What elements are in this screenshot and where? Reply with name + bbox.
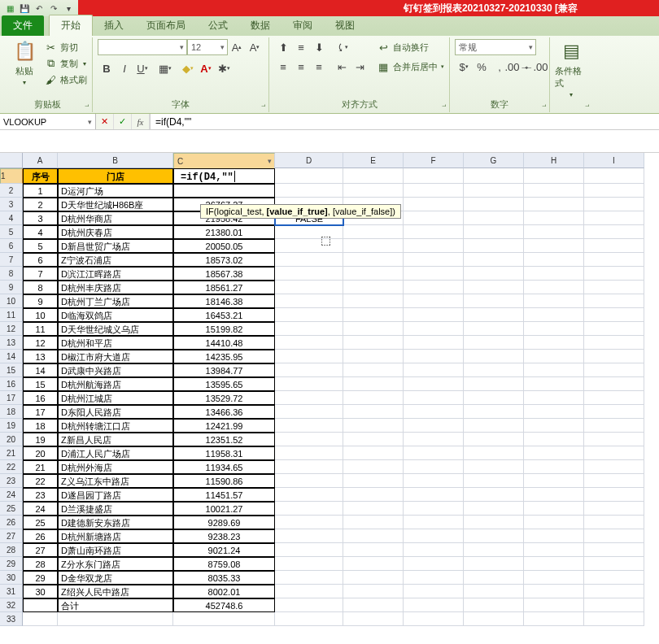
cell[interactable]: 合计 — [58, 598, 173, 612]
cell[interactable] — [464, 350, 524, 363]
cell[interactable] — [343, 488, 404, 502]
cell[interactable]: 11451.57 — [173, 488, 275, 502]
cut-button[interactable]: ✂剪切 — [44, 39, 87, 55]
cell[interactable] — [275, 168, 343, 184]
cell[interactable]: D新昌世贸广场店 — [58, 239, 173, 253]
cell[interactable] — [343, 253, 404, 267]
cell[interactable] — [404, 585, 464, 598]
row-header[interactable]: 4 — [0, 211, 23, 225]
row-header[interactable]: 25 — [0, 502, 23, 516]
align-center-icon[interactable]: ≡ — [292, 59, 310, 75]
cell[interactable] — [404, 571, 464, 585]
cell[interactable] — [404, 433, 464, 446]
cell[interactable]: Z义乌江东中路店 — [58, 474, 173, 488]
cell[interactable] — [343, 350, 404, 363]
cell[interactable] — [275, 571, 343, 585]
tab-home[interactable]: 开始 — [49, 15, 93, 36]
row-header[interactable]: 32 — [0, 598, 23, 612]
cell[interactable] — [584, 294, 644, 308]
cell[interactable]: 4 — [23, 225, 58, 239]
cell[interactable] — [524, 168, 584, 184]
tab-insert[interactable]: 插入 — [93, 15, 135, 36]
cell[interactable] — [464, 516, 524, 529]
cell[interactable] — [404, 474, 464, 488]
cell[interactable] — [464, 460, 524, 474]
cell[interactable] — [275, 474, 343, 488]
row-header[interactable]: 6 — [0, 239, 23, 253]
cell[interactable] — [343, 363, 404, 377]
cell[interactable] — [464, 405, 524, 419]
cell[interactable] — [584, 377, 644, 391]
cell[interactable] — [584, 336, 644, 350]
cell[interactable] — [524, 253, 584, 267]
cell[interactable] — [404, 184, 464, 198]
tab-view[interactable]: 视图 — [324, 15, 366, 36]
cell[interactable] — [275, 488, 343, 502]
cell[interactable] — [173, 612, 275, 626]
cell[interactable]: 16 — [23, 391, 58, 405]
cell[interactable]: 20 — [23, 446, 58, 460]
col-header[interactable]: G — [464, 153, 524, 168]
cell[interactable] — [275, 322, 343, 336]
cell[interactable] — [584, 225, 644, 239]
cell[interactable] — [343, 419, 404, 433]
cell[interactable]: 30 — [23, 585, 58, 598]
cell[interactable]: 452748.6 — [173, 598, 275, 612]
cell[interactable]: 15199.82 — [173, 322, 275, 336]
cell[interactable] — [524, 405, 584, 419]
cell[interactable] — [173, 184, 275, 198]
cell[interactable] — [404, 405, 464, 419]
cell[interactable] — [524, 336, 584, 350]
cell[interactable] — [404, 225, 464, 239]
cell[interactable]: 11590.86 — [173, 474, 275, 488]
cell[interactable] — [464, 571, 524, 585]
cell[interactable] — [404, 239, 464, 253]
cell[interactable] — [464, 585, 524, 598]
cell[interactable]: D杭州江城店 — [58, 391, 173, 405]
header-cell[interactable]: 门店 — [58, 168, 173, 184]
cell[interactable] — [275, 433, 343, 446]
cell[interactable] — [524, 571, 584, 585]
bold-button[interactable]: B — [98, 60, 116, 76]
cell[interactable] — [343, 405, 404, 419]
cell[interactable] — [275, 529, 343, 543]
col-header[interactable]: H — [524, 153, 584, 168]
cell[interactable] — [464, 377, 524, 391]
cell[interactable]: 11 — [23, 322, 58, 336]
cell[interactable]: D杭州新塘路店 — [58, 529, 173, 543]
cell[interactable]: D杭州庆春店 — [58, 225, 173, 239]
cell[interactable] — [524, 281, 584, 294]
cell[interactable] — [275, 446, 343, 460]
cell[interactable] — [464, 239, 524, 253]
col-header[interactable]: C — [173, 153, 275, 169]
cell[interactable]: 23 — [23, 488, 58, 502]
cell[interactable] — [584, 253, 644, 267]
cell[interactable] — [343, 502, 404, 516]
cell[interactable] — [343, 308, 404, 322]
cell[interactable]: D遂昌园丁路店 — [58, 488, 173, 502]
cell[interactable]: 27 — [23, 543, 58, 557]
cell[interactable] — [524, 585, 584, 598]
cell[interactable] — [524, 267, 584, 281]
cell[interactable] — [584, 308, 644, 322]
cell[interactable] — [275, 516, 343, 529]
cell[interactable] — [464, 612, 524, 626]
cell[interactable] — [404, 529, 464, 543]
number-format-select[interactable]: 常规 — [455, 39, 536, 55]
cell[interactable]: 11958.31 — [173, 446, 275, 460]
cell[interactable] — [343, 585, 404, 598]
dec-decimal-icon[interactable]: ←.00 — [526, 59, 544, 75]
cell[interactable] — [404, 502, 464, 516]
cell[interactable] — [23, 612, 58, 626]
cell[interactable] — [524, 502, 584, 516]
row-header[interactable]: 13 — [0, 336, 23, 350]
cell[interactable]: 8 — [23, 281, 58, 294]
row-header[interactable]: 14 — [0, 350, 23, 363]
cell[interactable] — [404, 391, 464, 405]
cell[interactable]: D杭州航海路店 — [58, 377, 173, 391]
indent-inc-icon[interactable]: ⇥ — [351, 59, 369, 75]
cell[interactable] — [584, 419, 644, 433]
cell[interactable] — [464, 225, 524, 239]
cell[interactable]: Z宁波石浦店 — [58, 253, 173, 267]
italic-button[interactable]: I — [116, 60, 133, 76]
